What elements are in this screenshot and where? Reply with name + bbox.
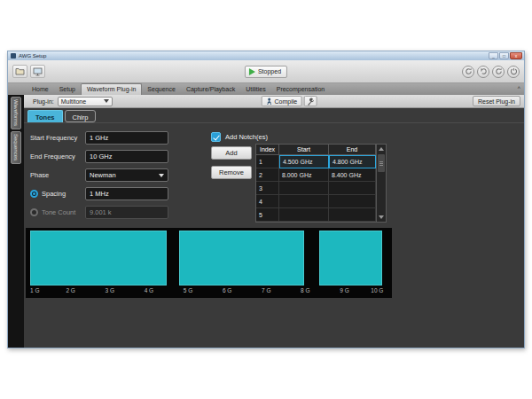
phase-label: Phase <box>30 171 85 179</box>
wrench-button[interactable] <box>303 96 317 106</box>
tone-settings-form: Start Frequency End Frequency Phase Newm… <box>30 131 168 224</box>
sub-tab-row: Tones Chirp <box>24 108 524 123</box>
tone-count-radio[interactable] <box>30 208 38 216</box>
reset-plugin-button[interactable]: Reset Plug-in <box>473 96 520 106</box>
x-tick-label: 3 G <box>106 287 114 293</box>
redo-button[interactable] <box>492 66 505 78</box>
table-cell-end[interactable] <box>329 182 376 195</box>
tab-waveform-plugin[interactable]: Waveform Plug-in <box>81 83 142 95</box>
side-tab-strip: Waveforms Sequences <box>8 95 24 348</box>
tab-utilities[interactable]: Utilities <box>240 84 271 95</box>
restart-button[interactable] <box>462 66 474 78</box>
chevron-down-icon <box>159 174 164 177</box>
column-header-start: Start <box>279 145 329 155</box>
minimize-button[interactable]: _ <box>489 52 498 59</box>
table-cell-start[interactable]: 4.500 GHz <box>279 155 329 168</box>
table-cell-start[interactable] <box>279 182 329 195</box>
table-cell-index[interactable]: 5 <box>256 208 279 222</box>
power-icon <box>510 67 518 75</box>
column-header-end: End <box>329 145 376 155</box>
plugin-dropdown[interactable]: Multitone <box>58 97 113 106</box>
x-tick-label: 4 G <box>145 287 153 293</box>
main-toolbar: Stopped <box>8 60 524 83</box>
open-button[interactable] <box>12 65 27 78</box>
redo-icon <box>495 67 503 75</box>
remove-notch-button[interactable]: Remove <box>211 166 252 179</box>
x-tick-label: 7 G <box>262 287 270 293</box>
notch-table: Index Start End 1 4.500 GHz 4.800 GHz 2 … <box>255 144 387 223</box>
scroll-up-icon[interactable] <box>377 145 386 153</box>
x-axis: 1 G2 G3 G4 G5 G6 G7 G8 G9 G10 G <box>30 287 382 296</box>
sidetab-waveforms[interactable]: Waveforms <box>11 97 21 129</box>
table-cell-start[interactable] <box>279 208 329 222</box>
table-cell-start[interactable]: 8.000 GHz <box>279 168 329 182</box>
menu-tab-bar: Home Setup Waveform Plug-in Sequence Cap… <box>8 83 524 95</box>
spectrum-chart: 1 G2 G3 G4 G5 G6 G7 G8 G9 G10 G <box>26 228 392 298</box>
scroll-down-icon[interactable] <box>377 213 386 222</box>
column-header-index: Index <box>256 145 279 155</box>
add-notches-label: Add Notch(es) <box>225 133 268 141</box>
app-icon <box>11 53 16 59</box>
window-title: AWG Setup <box>19 53 46 59</box>
compile-icon <box>266 98 273 106</box>
table-cell-end[interactable]: 4.800 GHz <box>329 155 376 168</box>
close-button[interactable]: x <box>510 52 522 59</box>
title-bar: AWG Setup _ □ x <box>8 51 524 60</box>
wrench-icon <box>306 98 314 106</box>
undo-button[interactable] <box>477 66 489 78</box>
play-icon <box>249 68 255 75</box>
table-cell-start[interactable] <box>279 195 329 208</box>
tab-setup[interactable]: Setup <box>54 84 81 95</box>
power-button[interactable] <box>507 66 520 78</box>
run-state-label: Stopped <box>258 68 281 74</box>
tab-home[interactable]: Home <box>27 84 54 95</box>
spacing-radio[interactable] <box>30 190 38 198</box>
spectrum-band <box>30 231 167 286</box>
tab-sequence[interactable]: Sequence <box>142 84 181 95</box>
tab-precompensation[interactable]: Precompensation <box>271 84 330 95</box>
x-tick-label: 10 G <box>371 287 383 293</box>
x-tick-label: 9 G <box>340 287 348 293</box>
awg-setup-window: AWG Setup _ □ x Stopped <box>7 51 525 348</box>
table-cell-index[interactable]: 2 <box>256 168 279 182</box>
display-button[interactable] <box>30 65 45 78</box>
restore-button[interactable]: □ <box>499 52 509 59</box>
x-tick-label: 6 G <box>223 287 231 293</box>
end-frequency-input[interactable] <box>85 150 168 163</box>
collapse-ribbon-icon[interactable]: ˄ <box>517 85 520 90</box>
phase-dropdown[interactable]: Newman <box>85 168 168 182</box>
notch-section: Add Notch(es) Add Remove Index Start End… <box>211 131 268 142</box>
subtab-chirp[interactable]: Chirp <box>65 110 97 122</box>
spacing-input[interactable] <box>85 187 168 200</box>
run-state-button[interactable]: Stopped <box>245 66 287 78</box>
restart-icon <box>465 67 473 75</box>
table-cell-end[interactable] <box>329 195 376 208</box>
add-notch-button[interactable]: Add <box>211 146 252 160</box>
table-cell-index[interactable]: 4 <box>256 195 279 208</box>
table-cell-index[interactable]: 3 <box>256 182 279 195</box>
subtab-tones[interactable]: Tones <box>27 110 63 122</box>
table-cell-index[interactable]: 1 <box>256 155 279 168</box>
scrollbar-thumb[interactable] <box>378 154 385 172</box>
start-frequency-label: Start Frequency <box>30 134 85 142</box>
tone-count-label: Tone Count <box>42 208 75 216</box>
tab-capture-playback[interactable]: Capture/Playback <box>181 84 240 95</box>
plugin-dropdown-value: Multitone <box>61 98 86 105</box>
x-tick-label: 5 G <box>184 287 192 293</box>
x-tick-label: 1 G <box>30 287 39 293</box>
sidetab-sequences[interactable]: Sequences <box>11 131 21 164</box>
compile-button[interactable]: Compile <box>262 96 302 106</box>
add-notches-checkbox[interactable] <box>211 132 221 142</box>
x-tick-label: 2 G <box>66 287 74 293</box>
undo-icon <box>480 67 488 75</box>
table-scrollbar[interactable] <box>376 145 386 222</box>
display-icon <box>33 67 43 76</box>
start-frequency-input[interactable] <box>85 131 168 145</box>
spacing-label: Spacing <box>42 190 66 198</box>
chevron-down-icon <box>104 99 109 103</box>
table-cell-end[interactable] <box>329 208 376 222</box>
table-cell-end[interactable]: 8.400 GHz <box>329 168 376 182</box>
tone-count-input[interactable] <box>85 206 168 219</box>
spectrum-plot <box>30 231 382 286</box>
open-icon <box>15 67 25 75</box>
